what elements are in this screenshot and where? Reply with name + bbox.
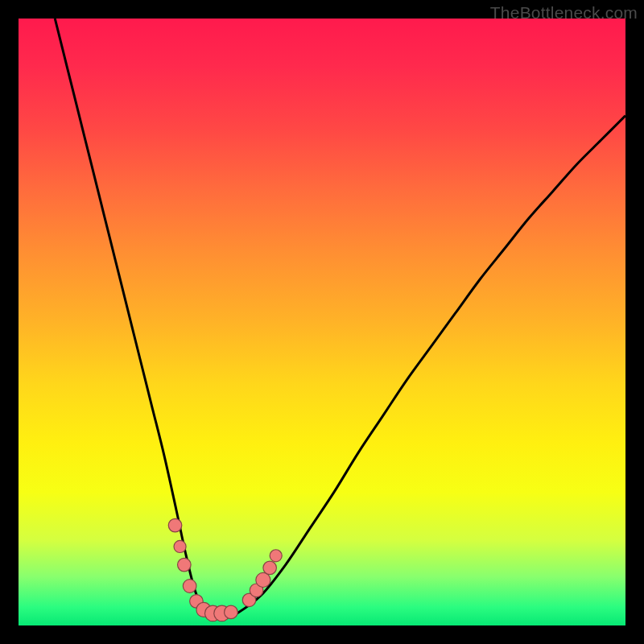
curve-marker: [225, 605, 238, 619]
curve-marker: [270, 550, 282, 562]
curve-marker: [263, 561, 277, 575]
curve-marker: [256, 572, 270, 587]
curve-marker: [183, 580, 196, 593]
chart-plot: [19, 19, 625, 625]
watermark-text: TheBottleneck.com: [490, 3, 638, 23]
curve-markers: [168, 518, 282, 621]
bottleneck-curve: [55, 19, 625, 617]
curve-marker: [178, 558, 192, 572]
curve-marker: [174, 540, 186, 552]
curve-marker: [168, 518, 182, 532]
chart-frame: [19, 19, 625, 625]
